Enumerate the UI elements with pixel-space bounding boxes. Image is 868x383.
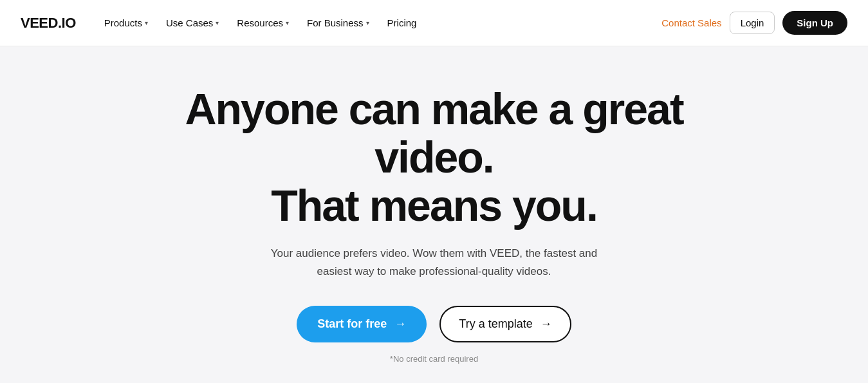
start-for-free-button[interactable]: Start for free → [297,306,427,342]
logo[interactable]: VEED.IO [21,15,76,32]
nav-resources-label: Resources [237,17,283,28]
nav-pricing-label: Pricing [387,17,417,28]
arrow-right-icon: → [540,317,552,331]
nav-links: Products ▾ Use Cases ▾ Resources ▾ For B… [97,12,425,33]
nav-item-pricing[interactable]: Pricing [380,12,425,33]
nav-use-cases-label: Use Cases [166,17,213,28]
contact-sales-link[interactable]: Contact Sales [661,17,721,28]
arrow-right-icon: → [394,317,406,331]
nav-item-for-business[interactable]: For Business ▾ [299,12,377,33]
nav-products-label: Products [104,17,142,28]
signup-button[interactable]: Sign Up [782,11,847,35]
chevron-down-icon: ▾ [216,19,219,26]
nav-right: Contact Sales Login Sign Up [661,11,847,35]
nav-item-use-cases[interactable]: Use Cases ▾ [158,12,226,33]
hero-cta-group: Start for free → Try a template → [297,306,571,342]
chevron-down-icon: ▾ [286,19,289,26]
no-credit-card-text: *No credit card required [390,354,478,364]
chevron-down-icon: ▾ [366,19,369,26]
hero-headline-line2: That means you. [271,181,597,230]
nav-left: VEED.IO Products ▾ Use Cases ▾ Resources… [21,12,424,33]
try-template-label: Try a template [459,317,532,331]
nav-item-resources[interactable]: Resources ▾ [229,12,297,33]
hero-headline: Anyone can make a great video. That mean… [145,85,724,229]
hero-section: Anyone can make a great video. That mean… [0,46,868,383]
hero-subheadline: Your audience prefers video. Wow them wi… [261,245,608,279]
nav-item-products[interactable]: Products ▾ [97,12,156,33]
nav-for-business-label: For Business [307,17,364,28]
hero-headline-line1: Anyone can make a great video. [185,84,683,182]
try-template-button[interactable]: Try a template → [439,306,571,342]
navbar: VEED.IO Products ▾ Use Cases ▾ Resources… [0,0,868,46]
start-for-free-label: Start for free [317,317,387,331]
login-button[interactable]: Login [730,12,775,34]
chevron-down-icon: ▾ [145,19,148,26]
